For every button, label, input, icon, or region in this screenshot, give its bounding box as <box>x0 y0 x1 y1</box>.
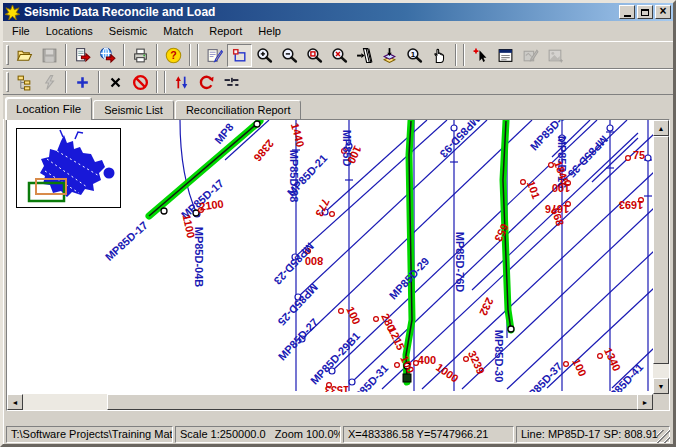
title-bar: Seismic Data Reconcile and Load × <box>3 3 673 21</box>
menu-locations[interactable]: Locations <box>38 22 101 40</box>
separator <box>189 44 191 66</box>
exclude-button[interactable] <box>128 71 153 94</box>
menu-seismic[interactable]: Seismic <box>101 22 156 40</box>
line-info-button[interactable] <box>493 44 518 67</box>
zoom-cancel-icon <box>331 47 348 64</box>
status-zoom: Zoom 100.0% <box>275 428 341 440</box>
print-button[interactable] <box>128 44 153 67</box>
overview-map[interactable] <box>16 128 121 208</box>
arrow-down-icon: ▼ <box>658 383 665 390</box>
save-disk-icon <box>41 47 58 64</box>
info-window-icon <box>497 47 514 64</box>
delete-x-icon <box>107 74 124 91</box>
scroll-right-button[interactable]: ► <box>637 394 653 410</box>
help-icon: ? <box>165 47 182 64</box>
vertical-scroll-thumb[interactable] <box>653 136 669 364</box>
delete-button[interactable] <box>103 71 128 94</box>
add-button[interactable] <box>70 71 95 94</box>
status-bar: T:\Software Projects\Training Mat Scale … <box>6 425 670 444</box>
tab-location-file[interactable]: Location File <box>5 97 92 120</box>
svg-text:2100: 2100 <box>198 197 224 212</box>
globe-icon <box>99 47 116 64</box>
export-image-button[interactable] <box>543 44 568 67</box>
tree-view-icon <box>16 74 33 91</box>
svg-text:1440: 1440 <box>289 122 307 149</box>
scroll-left-button[interactable]: ◄ <box>7 394 23 410</box>
no-entry-icon <box>132 74 149 91</box>
svg-text:MP85D-37: MP85D-37 <box>520 360 565 392</box>
open-folder-icon <box>16 47 33 64</box>
select-rectangle-icon <box>231 47 248 64</box>
svg-text:100: 100 <box>570 356 589 378</box>
maximize-button[interactable] <box>637 5 653 19</box>
save-button[interactable] <box>37 44 62 67</box>
separator <box>164 71 166 93</box>
edit-feature-button[interactable] <box>518 44 543 67</box>
svg-text:MP85D-08: MP85D-08 <box>288 150 300 203</box>
svg-text:400: 400 <box>418 354 436 366</box>
edit-notes-button[interactable] <box>202 44 227 67</box>
menu-help[interactable]: Help <box>250 22 289 40</box>
close-button[interactable]: × <box>655 5 671 19</box>
open-button[interactable] <box>12 44 37 67</box>
svg-text:1693: 1693 <box>619 199 643 211</box>
svg-text:800: 800 <box>305 255 323 267</box>
resize-grip[interactable] <box>657 430 670 443</box>
select-area-button[interactable] <box>227 44 252 67</box>
menu-report[interactable]: Report <box>201 22 250 40</box>
zoom-out-icon <box>281 47 298 64</box>
svg-text:MP85D-17: MP85D-17 <box>103 219 150 263</box>
toolbar-grip[interactable] <box>6 45 9 65</box>
zoom-in-button[interactable] <box>252 44 277 67</box>
separator <box>455 44 457 66</box>
pan-button[interactable] <box>427 44 452 67</box>
zoom-actual-icon: 1 <box>406 47 423 64</box>
tab-reconciliation-report[interactable]: Reconciliation Report <box>175 100 302 119</box>
zoom-window-button[interactable] <box>302 44 327 67</box>
svg-text:MP85D-76D: MP85D-76D <box>454 232 466 293</box>
scrollbar-corner <box>653 394 669 410</box>
horizontal-scrollbar[interactable]: ◄ ► <box>7 394 653 410</box>
zoom-extents-button[interactable] <box>352 44 377 67</box>
separator <box>98 71 100 93</box>
status-scale-zoom: Scale 1:250000.0 Zoom 100.0% <box>175 426 341 443</box>
toolbar-main: ? <box>3 41 673 69</box>
zoom-actual-button[interactable]: 1 <box>402 44 427 67</box>
separator <box>197 44 199 66</box>
separator <box>156 71 158 93</box>
scroll-down-button[interactable]: ▼ <box>653 378 669 394</box>
match-lines-button[interactable] <box>219 71 244 94</box>
svg-text:3239: 3239 <box>466 349 487 376</box>
svg-text:MP85D-93: MP85D-93 <box>438 120 483 160</box>
toolbar-grip[interactable] <box>6 72 9 92</box>
zoom-previous-button[interactable] <box>327 44 352 67</box>
match-lines-icon <box>223 74 240 91</box>
toolbar-edit <box>3 69 673 95</box>
refresh-button[interactable] <box>194 71 219 94</box>
svg-text:?: ? <box>170 49 176 61</box>
zoom-out-button[interactable] <box>277 44 302 67</box>
menu-file[interactable]: File <box>4 22 38 40</box>
arrow-right-icon: ► <box>642 399 649 406</box>
help-button[interactable]: ? <box>161 44 186 67</box>
horizontal-scroll-thumb[interactable] <box>107 394 639 410</box>
tab-seismic-list[interactable]: Seismic List <box>93 100 174 119</box>
tree-view-button[interactable] <box>12 71 37 94</box>
import-layers-button[interactable] <box>377 44 402 67</box>
plus-icon <box>74 74 91 91</box>
scroll-up-button[interactable]: ▲ <box>653 120 669 136</box>
arrow-left-icon: ◄ <box>12 399 19 406</box>
separator <box>65 44 67 66</box>
menu-match[interactable]: Match <box>155 22 201 40</box>
printer-icon <box>132 47 149 64</box>
edit-map-icon <box>522 47 539 64</box>
export-web-button[interactable] <box>95 44 120 67</box>
svg-text:MP85D-30: MP85D-30 <box>493 330 505 383</box>
minimize-button[interactable] <box>619 5 635 19</box>
overview-canvas <box>17 129 120 207</box>
auto-match-button[interactable] <box>37 71 62 94</box>
swap-sort-button[interactable] <box>169 71 194 94</box>
pick-line-button[interactable] <box>468 44 493 67</box>
export-file-button[interactable] <box>70 44 95 67</box>
vertical-scrollbar[interactable]: ▲ ▼ <box>653 120 669 394</box>
